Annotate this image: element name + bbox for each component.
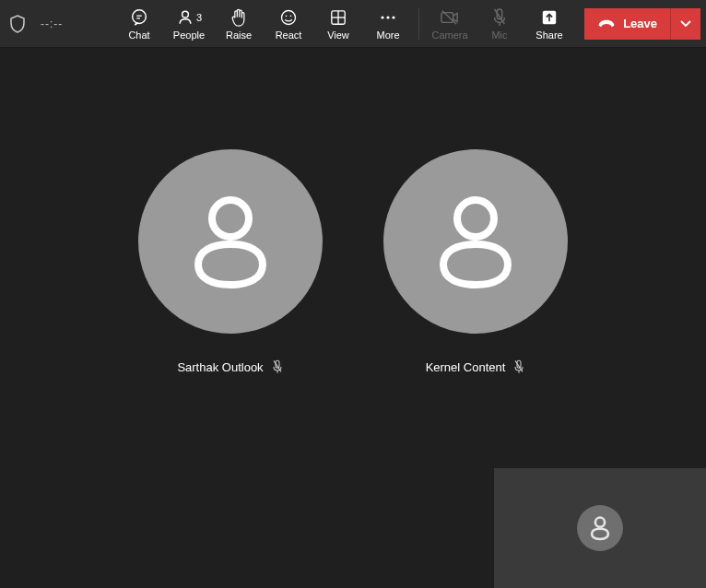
call-timer: --:-- [41, 18, 63, 30]
more-icon [379, 7, 397, 28]
more-label: More [376, 29, 399, 41]
leave-dropdown-button[interactable] [671, 8, 700, 40]
people-count-badge: 3 [196, 12, 202, 23]
react-icon [279, 7, 298, 28]
svg-point-12 [392, 16, 394, 18]
participant-name: Sarthak Outlook [177, 360, 263, 374]
svg-point-3 [182, 11, 189, 18]
camera-label: Camera [431, 29, 467, 41]
hangup-icon [597, 18, 616, 29]
mic-button[interactable]: Mic [475, 2, 524, 46]
person-icon [429, 191, 522, 292]
svg-point-19 [212, 200, 249, 237]
raise-hand-icon [229, 7, 248, 28]
participant-tile[interactable]: Sarthak Outlook [129, 149, 332, 374]
svg-point-27 [595, 518, 605, 527]
svg-point-23 [457, 200, 494, 237]
meeting-toolbar: --:-- Chat 3 People Raise Reac [0, 0, 706, 48]
svg-rect-13 [441, 12, 453, 22]
person-icon [588, 515, 612, 541]
share-label: Share [535, 29, 562, 41]
raise-hand-button[interactable]: Raise [214, 2, 264, 46]
person-icon [184, 191, 277, 292]
svg-point-5 [286, 15, 288, 17]
svg-point-4 [282, 10, 296, 24]
people-label: People [173, 29, 205, 41]
avatar [383, 149, 568, 334]
view-label: View [327, 29, 349, 41]
toolbar-divider [418, 8, 419, 40]
svg-point-10 [381, 16, 383, 18]
share-button[interactable]: Share [524, 2, 574, 46]
view-button[interactable]: View [313, 2, 363, 46]
share-icon [541, 7, 558, 28]
more-button[interactable]: More [363, 2, 413, 46]
chevron-down-icon [680, 20, 691, 28]
people-icon: 3 [176, 7, 202, 28]
react-button[interactable]: React [264, 2, 313, 46]
mic-label: Mic [491, 29, 507, 41]
muted-icon [271, 359, 284, 374]
self-view-tile[interactable] [494, 468, 706, 588]
camera-off-icon [440, 7, 460, 28]
chat-label: Chat [128, 29, 149, 41]
chat-icon [129, 7, 149, 28]
people-button[interactable]: 3 People [164, 2, 214, 46]
camera-button[interactable]: Camera [425, 2, 475, 46]
chat-button[interactable]: Chat [114, 2, 164, 46]
participant-tile[interactable]: Kernel Content [374, 149, 577, 374]
svg-point-0 [133, 9, 147, 23]
view-icon [330, 7, 347, 28]
avatar [138, 149, 323, 334]
react-label: React [276, 29, 302, 41]
muted-icon [512, 359, 525, 374]
leave-label: Leave [623, 17, 657, 30]
svg-point-6 [290, 15, 292, 17]
leave-button[interactable]: Leave [584, 8, 671, 40]
svg-point-11 [386, 16, 389, 18]
participant-name: Kernel Content [426, 360, 506, 374]
self-avatar [577, 505, 623, 551]
mic-off-icon [491, 7, 508, 28]
shield-icon [6, 15, 29, 33]
raise-label: Raise [226, 29, 252, 41]
meeting-stage: Sarthak Outlook Kernel Content [0, 48, 706, 588]
